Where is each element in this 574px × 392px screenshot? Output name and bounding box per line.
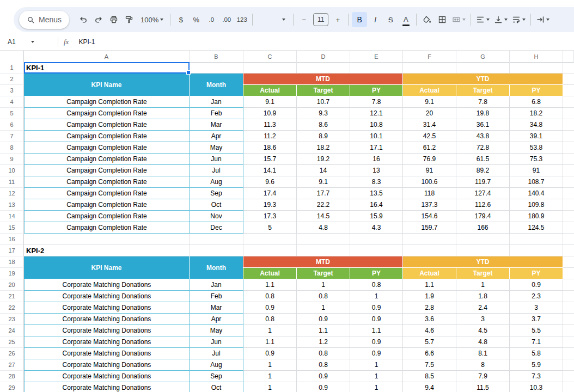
header-month[interactable]: Month [190,256,243,279]
cell[interactable]: 43.8 [456,131,510,142]
cell[interactable]: 7.1 [510,336,563,348]
strikethrough-button[interactable]: S [383,12,398,27]
cell[interactable]: Corporate Matching Donations [24,371,190,382]
header-mtd-actual[interactable]: Actual [243,85,297,96]
cell[interactable]: 5.5 [510,325,563,336]
cell[interactable]: 5.7 [403,336,456,348]
cell[interactable]: 75.3 [510,154,563,165]
cell[interactable]: 9.1 [297,176,350,188]
cell[interactable]: 180.9 [510,211,563,222]
row-header-23[interactable]: 23 [0,314,24,325]
row-header-1[interactable]: 1 [0,62,24,74]
cell[interactable]: 3 [456,314,510,325]
cell[interactable]: Campaign Completion Rate [24,188,190,199]
cell[interactable]: Corporate Matching Donations [24,359,190,371]
header-ytd-actual[interactable]: Actual [403,268,456,279]
cell[interactable]: 4.3 [350,222,403,234]
header-ytd[interactable]: YTD [403,256,563,268]
cell[interactable]: 10.3 [510,382,563,392]
cell[interactable]: 5 [243,222,297,234]
cell[interactable]: 0.9 [243,302,297,314]
row-header-5[interactable]: 5 [0,108,24,119]
cell[interactable]: 154.6 [403,211,456,222]
cell[interactable]: 19.2 [297,154,350,165]
font-size-input[interactable]: 11 [313,13,328,26]
cell[interactable]: 1 [243,382,297,392]
row-header-4[interactable]: 4 [0,96,24,108]
cell[interactable]: Jul [190,165,243,176]
cell[interactable]: Mar [190,119,243,131]
cell[interactable]: 6.6 [403,348,456,359]
cell[interactable]: 0.8 [297,348,350,359]
cell[interactable]: Jan [190,279,243,291]
cell[interactable]: 179.4 [456,211,510,222]
cell[interactable]: 1.1 [403,279,456,291]
cell[interactable]: 1 [297,279,350,291]
row-header-9[interactable]: 9 [0,154,24,165]
cell[interactable]: Campaign Completion Rate [24,108,190,119]
cell[interactable]: 109.8 [510,199,563,211]
row-header-13[interactable]: 13 [0,199,24,211]
cell[interactable]: 166 [456,222,510,234]
row-header-24[interactable]: 24 [0,325,24,336]
cell[interactable]: 137.3 [403,199,456,211]
cell[interactable]: 8 [456,359,510,371]
format-currency-button[interactable]: $ [174,12,188,27]
font-size-decrease-button[interactable]: − [297,12,311,27]
cell[interactable]: 17.4 [243,188,297,199]
kpi-title[interactable]: KPI-2 [24,245,190,256]
cell[interactable]: 18.2 [297,142,350,154]
cell[interactable]: 11.3 [243,119,297,131]
header-mtd-actual[interactable]: Actual [243,268,297,279]
cell[interactable]: Corporate Matching Donations [24,314,190,325]
cell[interactable]: 9.3 [297,108,350,119]
fill-color-button[interactable] [420,12,434,27]
cell[interactable]: 8.6 [297,119,350,131]
cell[interactable]: Nov [190,211,243,222]
cell[interactable]: 89.2 [456,165,510,176]
cell[interactable]: 18.2 [510,108,563,119]
cell[interactable]: 76.9 [403,154,456,165]
cell[interactable]: 0.9 [510,279,563,291]
cell[interactable]: Feb [190,108,243,119]
cell[interactable]: 31.4 [403,119,456,131]
row-header-11[interactable]: 11 [0,176,24,188]
cell[interactable]: Corporate Matching Donations [24,302,190,314]
row-header-12[interactable]: 12 [0,188,24,199]
text-color-button[interactable]: A [399,12,413,27]
cell[interactable]: Corporate Matching Donations [24,279,190,291]
cell[interactable]: 14 [297,165,350,176]
cell[interactable]: 1 [350,359,403,371]
column-header-A[interactable]: A [24,51,190,63]
cell[interactable]: 9.4 [403,382,456,392]
row-header-18[interactable]: 18 [0,256,24,268]
format-percent-button[interactable]: % [189,12,203,27]
cell[interactable]: Dec [190,222,243,234]
number-format-button[interactable]: 123 [235,12,249,27]
cell[interactable]: 140.4 [510,188,563,199]
cell[interactable]: 0.8 [243,291,297,302]
row-header-21[interactable]: 21 [0,291,24,302]
cell[interactable]: 3 [510,302,563,314]
horizontal-align-button[interactable] [474,12,491,27]
row-header-22[interactable]: 22 [0,302,24,314]
cell[interactable]: May [190,142,243,154]
cell[interactable]: 0.9 [297,371,350,382]
header-ytd-actual[interactable]: Actual [403,85,456,96]
cell[interactable]: Corporate Matching Donations [24,336,190,348]
row-header-3[interactable]: 3 [0,85,24,96]
cell[interactable]: 2.8 [403,302,456,314]
cell[interactable]: 2.3 [510,291,563,302]
increase-decimal-button[interactable]: .00 [219,12,234,27]
cell[interactable]: 1.1 [350,325,403,336]
cell[interactable]: Corporate Matching Donations [24,382,190,392]
cell[interactable]: 9.1 [243,96,297,108]
italic-button[interactable]: I [368,12,382,27]
cell[interactable]: 17.3 [243,211,297,222]
cell[interactable]: Jun [190,154,243,165]
cell[interactable]: 11.2 [243,131,297,142]
cell[interactable]: Aug [190,359,243,371]
cell[interactable]: Campaign Completion Rate [24,176,190,188]
column-header-H[interactable]: H [510,51,563,63]
cell[interactable]: 0.9 [350,314,403,325]
